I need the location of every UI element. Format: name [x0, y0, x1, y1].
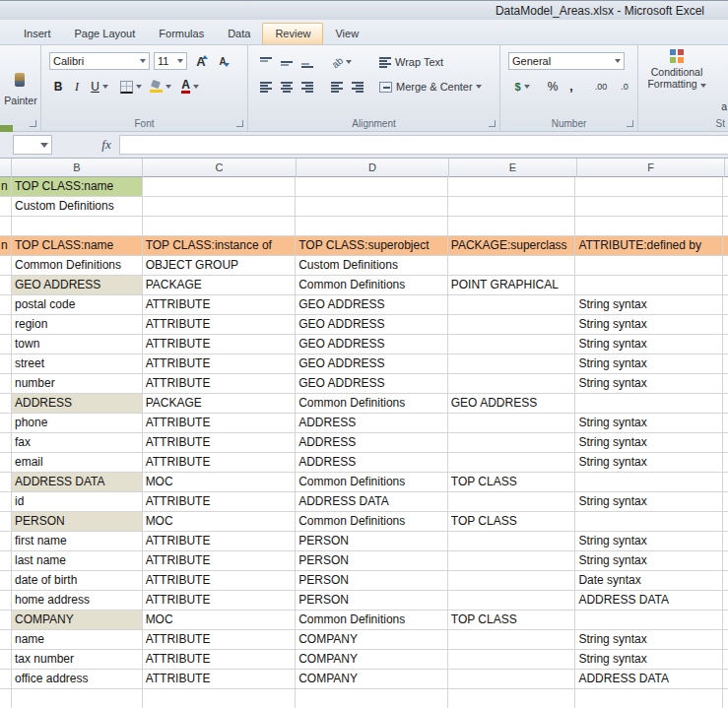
insert-function-button[interactable]: fx [94, 137, 119, 153]
cell[interactable]: COMPANY [12, 611, 143, 630]
cell[interactable]: ATTRIBUTE [143, 532, 297, 551]
cell[interactable] [448, 630, 576, 650]
cell[interactable]: first name [12, 532, 143, 551]
cell[interactable]: date of birth [12, 571, 143, 591]
cell[interactable] [448, 414, 576, 433]
cell[interactable]: ATTRIBUTE [143, 374, 297, 394]
cell[interactable]: ADDRESS DATA [296, 492, 448, 512]
cell[interactable]: ATTRIBUTE [143, 315, 297, 335]
cell[interactable]: MOC [143, 611, 297, 630]
cell[interactable]: GEO ADDRESS [296, 335, 448, 354]
cell[interactable]: String syntax [575, 335, 723, 354]
cell[interactable]: TOP CLASS:name [12, 236, 143, 256]
cell[interactable]: GEO ADDRESS [296, 354, 448, 374]
cell[interactable] [448, 177, 576, 197]
cell[interactable] [575, 256, 723, 276]
cell[interactable]: GEO ADDRESS [12, 276, 143, 295]
cell[interactable]: String syntax [575, 650, 723, 670]
cell[interactable]: GEO ADDRESS [296, 315, 448, 335]
formula-input[interactable] [119, 135, 728, 155]
cell[interactable]: String syntax [575, 532, 723, 551]
cell[interactable]: ATTRIBUTE [143, 591, 297, 611]
cell[interactable] [448, 295, 576, 315]
cell[interactable]: COMPANY [296, 670, 448, 689]
cell[interactable]: COMPANY [296, 630, 448, 650]
cell[interactable] [143, 197, 297, 217]
cell[interactable]: ATTRIBUTE [143, 335, 297, 354]
cell[interactable]: String syntax [575, 295, 723, 315]
cell[interactable] [143, 689, 297, 708]
cell[interactable]: ATTRIBUTE [143, 571, 297, 591]
font-size-select[interactable]: 11 [154, 52, 187, 70]
cell[interactable] [143, 217, 297, 236]
cell[interactable]: String syntax [575, 630, 723, 650]
cell[interactable]: id [12, 492, 143, 512]
shrink-font-button[interactable]: A [213, 52, 232, 70]
cell[interactable]: ATTRIBUTE [143, 650, 297, 670]
underline-button[interactable]: U [87, 78, 112, 96]
column-header-F[interactable]: F [577, 159, 725, 177]
cell[interactable]: Common Definitions [12, 256, 143, 276]
cell[interactable]: String syntax [575, 315, 723, 335]
cell[interactable] [575, 689, 723, 708]
bold-button[interactable]: B [49, 78, 67, 96]
column-header-B[interactable]: B [12, 159, 143, 177]
cell[interactable]: home address [12, 591, 143, 611]
cell[interactable]: ATTRIBUTE [143, 295, 297, 315]
cell[interactable] [448, 433, 576, 453]
cell[interactable] [448, 335, 576, 354]
column-header-E[interactable]: E [449, 159, 577, 177]
cell[interactable]: tax number [12, 650, 143, 670]
cell[interactable]: String syntax [575, 414, 723, 433]
cell[interactable]: TOP CLASS [448, 512, 576, 532]
cell[interactable]: last name [12, 551, 143, 571]
cell[interactable]: ATTRIBUTE [143, 354, 297, 374]
clipboard-dialog-launcher-icon[interactable] [30, 120, 36, 127]
cell[interactable]: ATTRIBUTE [143, 433, 297, 453]
cell[interactable]: PACKAGE [143, 394, 297, 414]
cell[interactable] [448, 650, 576, 670]
cell[interactable]: Common Definitions [296, 611, 448, 630]
cell[interactable]: Common Definitions [296, 276, 448, 295]
cell[interactable] [448, 453, 576, 473]
cell[interactable]: PERSON [296, 551, 448, 571]
formula-bar-splitter[interactable] [52, 132, 94, 158]
cell[interactable]: email [12, 453, 143, 473]
format-painter-icon[interactable] [15, 73, 25, 87]
cell[interactable] [575, 394, 723, 414]
cell[interactable]: String syntax [575, 374, 723, 394]
cell[interactable] [448, 571, 576, 591]
cell[interactable]: ATTRIBUTE [143, 414, 297, 433]
accounting-format-button[interactable]: $ [508, 78, 536, 96]
cell[interactable]: ADDRESS [296, 414, 448, 433]
tab-data[interactable]: Data [216, 24, 262, 44]
cell[interactable]: MOC [143, 512, 297, 532]
percent-style-button[interactable]: % [544, 78, 562, 96]
cell[interactable] [575, 197, 723, 217]
cell[interactable] [575, 177, 723, 197]
align-middle-button[interactable] [277, 53, 296, 71]
cell[interactable]: PACKAGE [143, 276, 297, 295]
cell[interactable]: String syntax [575, 453, 723, 473]
cell[interactable]: ATTRIBUTE [143, 453, 297, 473]
font-color-button[interactable]: A [177, 78, 203, 96]
cell[interactable] [575, 217, 723, 236]
decrease-decimal-button[interactable]: .0 [615, 78, 634, 96]
cell[interactable]: OBJECT GROUP [143, 256, 297, 276]
font-name-select[interactable]: Calibri [49, 52, 150, 70]
align-left-button[interactable] [256, 78, 275, 96]
cell[interactable]: name [12, 630, 143, 650]
cell[interactable] [575, 276, 723, 295]
align-bottom-button[interactable] [298, 53, 316, 71]
cell[interactable]: street [12, 354, 143, 374]
cell[interactable]: Custom Definitions [12, 197, 143, 217]
cell[interactable]: TOP CLASS [448, 473, 576, 492]
cell[interactable]: ADDRESS [296, 453, 448, 473]
cell[interactable] [448, 315, 576, 335]
align-top-button[interactable] [256, 53, 275, 71]
cell[interactable]: Date syntax [575, 571, 723, 591]
cell[interactable] [575, 512, 723, 532]
cell[interactable] [448, 591, 576, 611]
alignment-dialog-launcher-icon[interactable] [489, 120, 496, 127]
tab-review[interactable]: Review [262, 23, 323, 44]
